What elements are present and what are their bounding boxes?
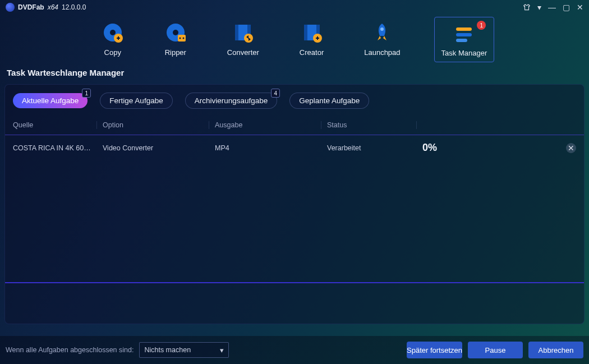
panel-spacer — [5, 160, 584, 283]
tab-label: Archivierungsaufgabe — [195, 96, 268, 105]
cell-ausgabe: MP4 — [209, 144, 321, 152]
nav-badge: 1 — [477, 21, 486, 30]
window-controls: ▾ — ▢ ✕ — [523, 3, 583, 11]
titlebar-left: DVDFab x64 12.0.0.0 — [6, 3, 86, 12]
svg-rect-9 — [235, 25, 238, 40]
close-icon[interactable]: ✕ — [577, 3, 583, 11]
progress-percent: 0% — [422, 142, 437, 154]
completion-dropdown[interactable]: Nichts machen ▾ — [139, 342, 229, 358]
cell-quelle: COSTA RICA IN 4K 60… — [13, 144, 97, 152]
rocket-icon — [371, 21, 393, 44]
col-option: Option — [97, 121, 209, 129]
cell-status: Verarbeitet — [321, 144, 417, 152]
nav-task-manager[interactable]: 1 Task Manager — [434, 17, 495, 62]
tab-label: Fertige Aufgabe — [109, 96, 163, 105]
nav-label: Creator — [300, 48, 324, 57]
nav-creator[interactable]: Creator — [293, 17, 330, 62]
nav-label: Ripper — [165, 48, 186, 57]
svg-point-6 — [179, 38, 181, 39]
tab-badge: 4 — [271, 89, 280, 98]
svg-rect-18 — [456, 33, 472, 36]
disc-copy-icon — [102, 21, 124, 44]
nav-ripper[interactable]: Ripper — [158, 17, 194, 62]
tab-aktuelle[interactable]: Aktuelle Aufgabe 1 — [13, 93, 88, 108]
tab-label: Aktuelle Aufgabe — [22, 96, 79, 105]
svg-point-16 — [380, 27, 384, 31]
cancel-button[interactable]: Abbrechen — [528, 342, 583, 358]
page-title: Task Warteschlange Manager — [0, 68, 589, 84]
app-version: 12.0.0.0 — [62, 3, 86, 11]
shirt-icon[interactable] — [523, 3, 531, 11]
svg-rect-19 — [456, 39, 467, 42]
row-close-icon[interactable]: ✕ — [566, 143, 576, 153]
maximize-icon[interactable]: ▢ — [563, 3, 570, 11]
svg-rect-13 — [304, 25, 307, 40]
table-header: Quelle Option Ausgabe Status — [5, 114, 584, 135]
nav-copy[interactable]: Copy — [95, 17, 131, 62]
minimize-icon[interactable]: — — [548, 3, 556, 11]
app-arch: x64 — [48, 3, 58, 11]
nav-converter[interactable]: Converter — [220, 17, 266, 62]
dropdown-value: Nichts machen — [144, 346, 191, 354]
svg-rect-5 — [178, 35, 186, 42]
nav-label: Task Manager — [441, 49, 487, 57]
nav-label: Converter — [227, 48, 259, 57]
bottom-bar: Wenn alle Aufgaben abgeschlossen sind: N… — [0, 336, 589, 364]
completion-label: Wenn alle Aufgaben abgeschlossen sind: — [6, 346, 134, 354]
col-ausgabe: Ausgabe — [209, 121, 321, 129]
resume-later-button[interactable]: Später fortsetzen — [407, 342, 462, 358]
col-status: Status — [321, 121, 417, 129]
task-manager-icon — [453, 22, 475, 44]
creator-icon — [301, 21, 323, 44]
dropdown-icon[interactable]: ▾ — [537, 3, 541, 11]
tabs-row: Aktuelle Aufgabe 1 Fertige Aufgabe Archi… — [5, 85, 584, 114]
chevron-down-icon: ▾ — [220, 346, 224, 354]
svg-point-1 — [110, 30, 116, 35]
app-logo-icon — [6, 3, 15, 12]
cell-option: Video Converter — [97, 144, 209, 152]
titlebar: DVDFab x64 12.0.0.0 ▾ — ▢ ✕ — [0, 0, 589, 12]
tab-geplante[interactable]: Geplante Aufgabe — [289, 93, 369, 109]
tab-label: Geplante Aufgabe — [299, 96, 360, 105]
svg-point-4 — [173, 30, 178, 35]
cell-progress: 0% ✕ — [417, 142, 576, 154]
tab-fertige[interactable]: Fertige Aufgabe — [100, 93, 172, 109]
svg-rect-17 — [456, 27, 472, 31]
disc-ripper-icon — [164, 21, 187, 44]
nav-label: Copy — [104, 48, 121, 57]
col-progress — [417, 121, 576, 129]
nav-launchpad[interactable]: Launchpad — [357, 17, 407, 62]
bottom-buttons: Später fortsetzen Pause Abbrechen — [407, 342, 583, 358]
panel-footer-blank — [5, 283, 584, 324]
col-quelle: Quelle — [13, 121, 97, 129]
main-nav: Copy Ripper Converter Creator Launchpad … — [0, 12, 589, 68]
converter-icon — [232, 21, 254, 44]
tab-archivierung[interactable]: Archivierungsaufgabe 4 — [185, 93, 278, 109]
tab-badge: 1 — [82, 89, 91, 98]
table-row[interactable]: COSTA RICA IN 4K 60… Video Converter MP4… — [5, 135, 584, 160]
app-name: DVDFab — [18, 3, 44, 11]
task-panel: Aktuelle Aufgabe 1 Fertige Aufgabe Archi… — [4, 84, 585, 324]
svg-point-7 — [182, 38, 184, 39]
nav-label: Launchpad — [364, 48, 400, 57]
pause-button[interactable]: Pause — [468, 342, 523, 358]
